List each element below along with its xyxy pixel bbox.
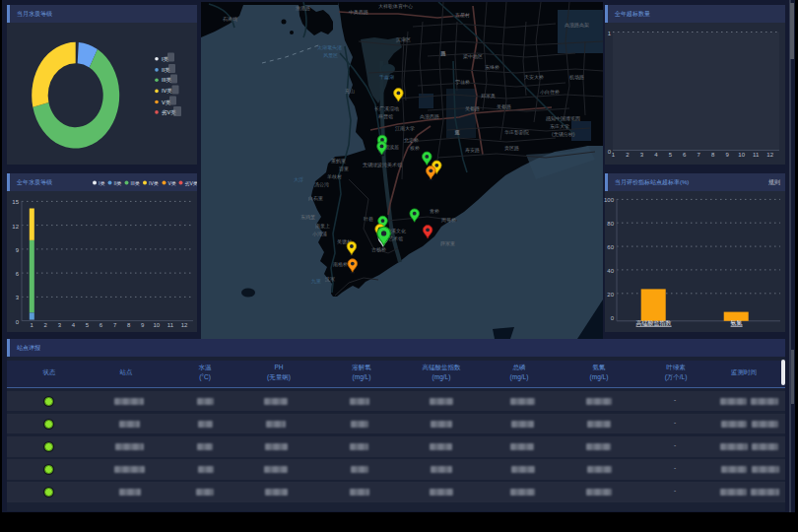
svg-text:6: 6 xyxy=(683,152,687,158)
svg-text:8: 8 xyxy=(127,322,131,328)
svg-text:1: 1 xyxy=(608,31,612,36)
svg-text:11: 11 xyxy=(167,322,174,328)
svg-text:2: 2 xyxy=(626,152,630,158)
svg-text:千鑫湖: 千鑫湖 xyxy=(379,74,394,80)
svg-text:7: 7 xyxy=(698,152,701,158)
svg-text:11: 11 xyxy=(753,152,760,158)
svg-text:7: 7 xyxy=(113,322,117,328)
svg-text:60: 60 xyxy=(607,244,614,250)
svg-text:高浪西路: 高浪西路 xyxy=(420,113,439,120)
svg-text:20: 20 xyxy=(607,292,614,298)
svg-text:9: 9 xyxy=(141,322,145,328)
svg-text:IV类: IV类 xyxy=(149,180,159,186)
svg-text:羊歧村: 羊歧村 xyxy=(327,173,342,180)
svg-text:南格桥: 南格桥 xyxy=(333,261,348,268)
svg-text:中奥西路: 中奥西路 xyxy=(349,9,368,16)
svg-text:渔港路: 渔港路 xyxy=(296,5,310,12)
svg-text:80: 80 xyxy=(607,221,614,227)
svg-text:2: 2 xyxy=(44,322,48,328)
svg-text:(无锡分校): (无锡分校) xyxy=(552,131,575,138)
svg-text:寿安路: 寿安路 xyxy=(465,147,480,153)
svg-text:小白住桥: 小白住桥 xyxy=(540,89,560,96)
svg-text:周哥桥: 周哥桥 xyxy=(441,217,456,223)
svg-text:科普馆: 科普馆 xyxy=(378,113,393,120)
svg-text:吴都路: 吴都路 xyxy=(465,105,480,112)
svg-text:感知中国博览园: 感知中国博览园 xyxy=(546,115,580,122)
svg-text:高浪路高架: 高浪路高架 xyxy=(565,22,589,29)
svg-text:4: 4 xyxy=(72,322,76,328)
svg-text:华庄影剧院: 华庄影剧院 xyxy=(504,129,529,136)
svg-text:艺术馆: 艺术馆 xyxy=(388,235,403,241)
svg-text:100: 100 xyxy=(604,197,615,203)
svg-text:小湾浦: 小湾浦 xyxy=(312,231,327,237)
svg-text:6: 6 xyxy=(100,322,103,328)
svg-text:天安大桥: 天安大桥 xyxy=(524,74,544,80)
svg-text:重蚂里: 重蚂里 xyxy=(331,158,346,164)
svg-text:9: 9 xyxy=(16,247,20,253)
svg-text:9: 9 xyxy=(726,152,730,158)
svg-text:V类: V类 xyxy=(168,180,176,186)
svg-text:东鸡笼: 东鸡笼 xyxy=(300,214,315,221)
svg-text:九里: 九里 xyxy=(311,278,321,284)
svg-text:古杨桥: 古杨桥 xyxy=(371,246,386,253)
svg-text:5: 5 xyxy=(669,152,673,158)
svg-text:无锡绿波湾美术馆: 无锡绿波湾美术馆 xyxy=(363,162,402,168)
svg-text:0: 0 xyxy=(611,315,615,321)
svg-text:容里: 容里 xyxy=(339,166,349,171)
svg-text:1: 1 xyxy=(30,322,33,328)
svg-text:1: 1 xyxy=(612,152,616,158)
svg-text:滨湖区: 滨湖区 xyxy=(396,36,411,43)
svg-text:贡区路: 贡区路 xyxy=(504,145,519,151)
svg-text:0: 0 xyxy=(16,319,20,325)
svg-text:板桥: 板桥 xyxy=(409,145,420,151)
svg-text:五星村: 五星村 xyxy=(455,12,470,19)
svg-text:40: 40 xyxy=(607,268,614,274)
svg-text:青桥: 青桥 xyxy=(430,208,439,214)
svg-text:大祥歌体育中心: 大祥歌体育中心 xyxy=(378,3,413,10)
svg-text:10: 10 xyxy=(153,322,160,328)
svg-text:白石里: 白石里 xyxy=(308,195,323,202)
svg-text:东绛桥: 东绛桥 xyxy=(485,64,499,70)
svg-text:石凌崎: 石凌崎 xyxy=(223,16,237,23)
svg-text:叶巷: 叶巷 xyxy=(364,216,373,222)
svg-text:东庄大学: 东庄大学 xyxy=(550,123,569,129)
svg-text:宁佳桥: 宁佳桥 xyxy=(455,79,470,85)
svg-text:机场路: 机场路 xyxy=(569,74,584,81)
svg-text:北定桥: 北定桥 xyxy=(404,137,419,144)
svg-text:12: 12 xyxy=(766,152,773,158)
svg-text:劣V类: 劣V类 xyxy=(185,180,198,187)
svg-text:IV类: IV类 xyxy=(162,88,172,94)
svg-text:II类: II类 xyxy=(114,180,122,186)
svg-text:沈家: 沈家 xyxy=(325,276,335,283)
svg-text:太湖鼋头渚: 太湖鼋头渚 xyxy=(317,44,342,51)
svg-text:江南大学: 江南大学 xyxy=(395,125,415,132)
svg-text:3: 3 xyxy=(16,295,20,300)
svg-text:长广溪湿地: 长广溪湿地 xyxy=(374,105,399,112)
svg-text:薛家里: 薛家里 xyxy=(440,240,455,246)
svg-text:8: 8 xyxy=(711,152,715,158)
svg-text:充山: 充山 xyxy=(345,88,355,95)
svg-text:III类: III类 xyxy=(131,180,140,186)
svg-text:郑家奥: 郑家奥 xyxy=(481,93,496,99)
svg-text:3: 3 xyxy=(640,152,644,158)
svg-text:南泉上: 南泉上 xyxy=(315,223,330,229)
svg-text:氨氮: 氨氮 xyxy=(731,319,743,326)
svg-text:I类: I类 xyxy=(99,180,104,186)
svg-text:风景区: 风景区 xyxy=(323,52,338,58)
svg-text:4: 4 xyxy=(654,152,658,158)
svg-text:10: 10 xyxy=(738,152,745,158)
svg-text:吴都路: 吴都路 xyxy=(497,103,511,110)
svg-text:III类: III类 xyxy=(162,77,172,83)
svg-text:5: 5 xyxy=(86,322,90,328)
svg-text:汤公湾: 汤公湾 xyxy=(314,181,329,188)
svg-text:12: 12 xyxy=(12,224,19,230)
svg-text:6: 6 xyxy=(16,271,20,277)
svg-text:3: 3 xyxy=(58,322,62,328)
svg-text:大浮: 大浮 xyxy=(294,176,303,183)
svg-text:12: 12 xyxy=(181,322,188,328)
svg-text:高锰酸盐指数: 高锰酸盐指数 xyxy=(636,319,672,327)
svg-text:梁中地区: 梁中地区 xyxy=(463,53,483,59)
svg-text:15: 15 xyxy=(12,199,19,205)
